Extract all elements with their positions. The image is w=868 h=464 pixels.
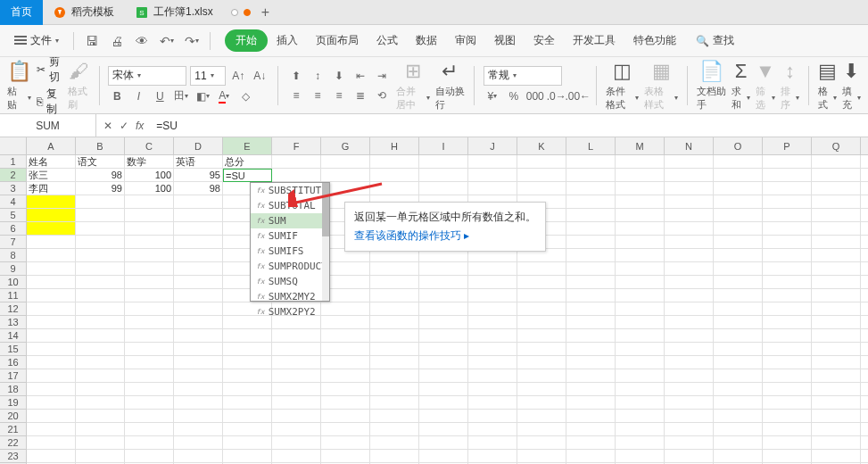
cell[interactable] xyxy=(125,410,174,423)
align-right-button[interactable]: ≡ xyxy=(330,87,348,104)
cell[interactable] xyxy=(616,316,665,329)
cell[interactable] xyxy=(517,356,566,369)
cell[interactable] xyxy=(566,249,616,262)
cell[interactable] xyxy=(861,209,868,222)
cell[interactable] xyxy=(468,169,517,182)
column-header[interactable]: H xyxy=(370,137,419,155)
row-header[interactable]: 12 xyxy=(0,302,27,316)
undo-icon[interactable]: ↶▾ xyxy=(156,30,178,52)
cell[interactable] xyxy=(665,289,714,302)
cell[interactable] xyxy=(468,356,517,369)
cell[interactable] xyxy=(861,182,868,195)
cell[interactable] xyxy=(27,316,76,329)
menu-security[interactable]: 安全 xyxy=(525,28,564,54)
cell[interactable] xyxy=(468,343,517,356)
cell[interactable] xyxy=(125,302,174,316)
cell[interactable] xyxy=(517,316,566,329)
cell[interactable] xyxy=(812,423,861,436)
cell[interactable] xyxy=(76,222,125,236)
cell[interactable] xyxy=(665,356,714,369)
cell[interactable] xyxy=(665,329,714,343)
cell[interactable]: =SU xyxy=(223,169,272,182)
doc-helper-button[interactable]: 📄 文档助手 xyxy=(697,60,726,112)
cell[interactable] xyxy=(272,410,321,423)
cell[interactable] xyxy=(861,436,868,450)
cell[interactable] xyxy=(27,262,76,276)
column-header[interactable]: P xyxy=(763,137,812,155)
number-format-select[interactable]: 常规▾ xyxy=(484,66,562,86)
italic-button[interactable]: I xyxy=(129,87,147,105)
cell[interactable] xyxy=(517,396,566,410)
cell[interactable] xyxy=(763,436,812,450)
copy-button[interactable]: ⎘复制 xyxy=(37,87,62,117)
tab-home[interactable]: 首页 xyxy=(0,0,43,25)
clear-format-button[interactable]: ◇ xyxy=(236,87,254,105)
cell[interactable] xyxy=(76,423,125,436)
cell[interactable] xyxy=(812,383,861,396)
cell[interactable] xyxy=(812,209,861,222)
increase-decimal-button[interactable]: .0→ xyxy=(548,87,566,105)
cell[interactable] xyxy=(419,302,468,316)
cell[interactable] xyxy=(174,289,223,302)
cell[interactable] xyxy=(616,262,665,276)
cell[interactable] xyxy=(714,209,763,222)
tab-workbook[interactable]: S 工作簿1.xlsx xyxy=(125,0,224,25)
cell[interactable] xyxy=(812,396,861,410)
cell[interactable] xyxy=(812,343,861,356)
cell[interactable] xyxy=(665,222,714,236)
cell[interactable] xyxy=(76,396,125,410)
cell[interactable] xyxy=(616,302,665,316)
cancel-formula-icon[interactable]: ✕ xyxy=(103,120,112,132)
cell[interactable] xyxy=(419,262,468,276)
column-header[interactable]: Q xyxy=(812,137,861,155)
cell[interactable] xyxy=(468,410,517,423)
cell[interactable] xyxy=(27,436,76,450)
cell[interactable] xyxy=(76,356,125,369)
cell[interactable] xyxy=(76,410,125,423)
align-bottom-button[interactable]: ⬇ xyxy=(330,67,348,85)
cell[interactable] xyxy=(321,383,370,396)
cell[interactable] xyxy=(616,356,665,369)
column-header[interactable]: F xyxy=(272,137,321,155)
cell[interactable] xyxy=(76,209,125,222)
row-header[interactable]: 22 xyxy=(0,436,27,450)
cell[interactable] xyxy=(566,410,616,423)
cell[interactable] xyxy=(419,450,468,463)
cell[interactable] xyxy=(174,316,223,329)
cell[interactable] xyxy=(272,383,321,396)
tooltip-help-link[interactable]: 查看该函数的操作技巧 ▸ xyxy=(354,228,536,244)
cell[interactable] xyxy=(861,289,868,302)
cell[interactable] xyxy=(566,222,616,236)
cell[interactable]: 98 xyxy=(174,182,223,195)
cell[interactable] xyxy=(714,369,763,383)
row-header[interactable]: 19 xyxy=(0,396,27,410)
cell[interactable] xyxy=(616,195,665,209)
cell[interactable] xyxy=(76,450,125,463)
cell[interactable] xyxy=(223,410,272,423)
tab-template[interactable]: 稻壳模板 xyxy=(43,0,125,25)
cell[interactable] xyxy=(566,155,616,169)
menu-view[interactable]: 视图 xyxy=(485,28,525,54)
cell[interactable] xyxy=(763,369,812,383)
auto-wrap-button[interactable]: ↵ 自动换行 xyxy=(435,60,465,112)
cell[interactable] xyxy=(370,396,419,410)
column-header[interactable]: D xyxy=(174,137,223,155)
accept-formula-icon[interactable]: ✓ xyxy=(120,120,128,132)
cell[interactable] xyxy=(76,289,125,302)
cell[interactable] xyxy=(861,410,868,423)
menu-formula[interactable]: 公式 xyxy=(368,28,407,54)
cell[interactable] xyxy=(665,383,714,396)
cell[interactable] xyxy=(174,329,223,343)
table-style-button[interactable]: ▦ 表格样式▾ xyxy=(644,60,678,112)
border-button[interactable]: 田▾ xyxy=(172,87,190,105)
column-header[interactable]: K xyxy=(517,137,566,155)
cell[interactable] xyxy=(566,302,616,316)
cell[interactable] xyxy=(714,195,763,209)
cell[interactable] xyxy=(812,436,861,450)
cell[interactable] xyxy=(419,436,468,450)
cell[interactable] xyxy=(27,329,76,343)
cell[interactable] xyxy=(763,222,812,236)
cell[interactable] xyxy=(223,329,272,343)
cell[interactable] xyxy=(517,329,566,343)
cell[interactable] xyxy=(714,343,763,356)
